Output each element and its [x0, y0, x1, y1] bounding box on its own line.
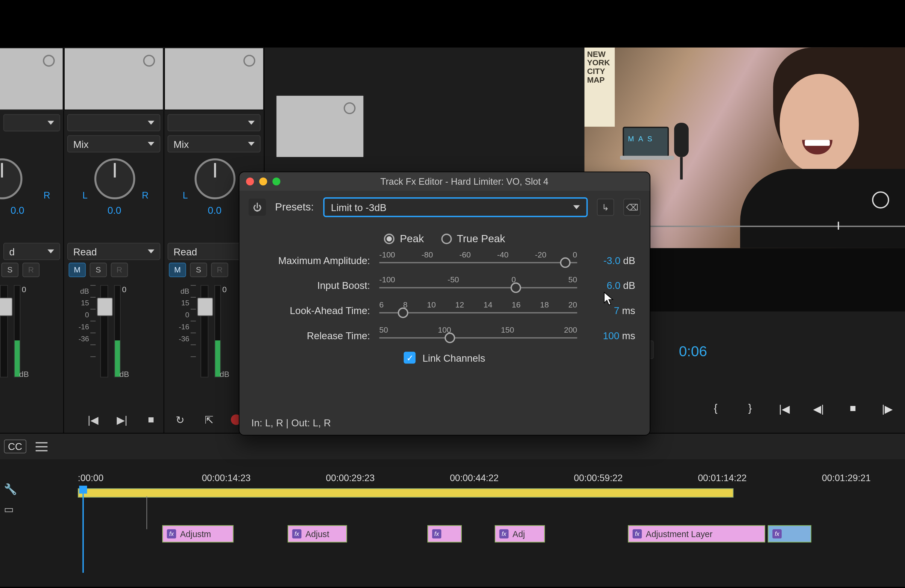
timeline-clip[interactable]: fxAdjust — [287, 525, 347, 542]
step-forward-icon[interactable]: |▶ — [880, 401, 894, 416]
pan-value[interactable]: 0.0 — [11, 205, 24, 216]
record-button[interactable]: R — [22, 262, 40, 277]
window-zoom-icon[interactable] — [272, 178, 280, 185]
volume-fader[interactable] — [0, 285, 8, 378]
param-value[interactable]: 7ms — [586, 305, 635, 316]
param-slider[interactable]: -100-50050 — [379, 275, 577, 295]
playhead-handle[interactable] — [79, 486, 87, 493]
automation-dropdown[interactable]: Read — [67, 243, 160, 260]
solo-button[interactable]: S — [90, 262, 107, 277]
fx-bypass-dot[interactable] — [143, 55, 155, 67]
record-button[interactable]: R — [211, 262, 228, 277]
mixer-strip: R 0.0 d S R 0 dB — [0, 48, 64, 434]
fx-bypass-dot[interactable] — [43, 55, 55, 67]
fader-handle[interactable] — [197, 297, 213, 316]
send-dropdown[interactable] — [3, 114, 60, 131]
pan-knob[interactable] — [94, 158, 135, 199]
record-button[interactable]: R — [111, 262, 128, 277]
time-mark: 00:00:59:22 — [574, 472, 698, 487]
mute-button[interactable]: M — [169, 262, 186, 277]
chevron-down-icon — [148, 142, 154, 146]
captions-icon[interactable]: ▭ — [4, 503, 24, 519]
fx-slot[interactable] — [164, 48, 264, 110]
time-ruler[interactable]: :00:00 00:00:14:23 00:00:29:23 00:00:44:… — [78, 472, 905, 487]
go-to-out-icon[interactable]: ▶| — [115, 413, 129, 427]
timeline-clip[interactable]: fxAdjustm — [162, 525, 233, 542]
fx-slot[interactable] — [0, 48, 64, 110]
link-channels-checkbox[interactable]: ✓ — [404, 352, 416, 364]
window-close-icon[interactable] — [246, 178, 254, 185]
automation-dropdown[interactable]: d — [3, 243, 60, 260]
param-slider[interactable]: 50100150200 — [379, 326, 577, 345]
loop-icon[interactable]: ↻ — [173, 413, 187, 427]
chevron-down-icon — [248, 142, 255, 146]
video-track[interactable]: fxAdjustmfxAdjustfxfxAdjfxAdjustment Lay… — [78, 525, 905, 545]
fx-power-button[interactable]: ⏻ — [249, 199, 266, 216]
mark-out-icon[interactable]: } — [743, 401, 757, 416]
fx-slot[interactable] — [64, 48, 164, 110]
pan-value[interactable]: 0.0 — [208, 205, 221, 216]
panel-menu-icon[interactable] — [35, 442, 47, 451]
mix-label: Mix — [173, 138, 189, 149]
out-timecode[interactable]: 0:06 — [679, 343, 707, 360]
wrench-icon[interactable]: 🔧 — [4, 483, 24, 499]
mixer-strip: Mix L R 0.0 Read M S R dB150-16-36 0 dB — [64, 48, 164, 434]
time-mark: :00:00 — [78, 472, 202, 487]
pan-value[interactable]: 0.0 — [108, 205, 121, 216]
fx-badge-icon: fx — [500, 529, 509, 539]
fx-bypass-dot[interactable] — [243, 55, 255, 67]
param-value[interactable]: 100ms — [586, 330, 635, 341]
sidechain-icon[interactable]: ↳ — [597, 199, 614, 216]
mouse-cursor-icon — [603, 292, 614, 306]
stop-icon[interactable]: ■ — [144, 413, 158, 427]
mark-in-icon[interactable]: { — [708, 401, 723, 416]
pan-knob[interactable] — [195, 158, 235, 199]
send-dropdown[interactable] — [168, 114, 261, 131]
go-to-in-icon[interactable]: |◀ — [86, 413, 100, 427]
window-minimize-icon[interactable] — [259, 178, 267, 185]
pan-knob[interactable] — [0, 158, 22, 199]
solo-button[interactable]: S — [1, 262, 18, 277]
send-dropdown[interactable] — [67, 114, 160, 131]
stop-icon[interactable]: ■ — [846, 401, 860, 416]
slider-handle[interactable] — [398, 307, 408, 318]
slider-handle[interactable] — [560, 257, 570, 268]
clip-label: Adjust — [305, 529, 329, 539]
slider-handle[interactable] — [511, 282, 521, 293]
mute-button[interactable]: M — [68, 262, 86, 277]
preset-dropdown[interactable]: Limit to -3dB — [323, 197, 588, 217]
param-slider[interactable]: -100-80-60-40-200 — [379, 250, 577, 270]
dialog-titlebar[interactable]: Track Fx Editor - Hard Limiter: VO, Slot… — [240, 172, 650, 191]
delete-preset-icon[interactable]: ⌫ — [623, 199, 640, 216]
go-to-in-icon[interactable]: |◀ — [777, 401, 791, 416]
peak-radio[interactable]: Peak — [384, 233, 424, 245]
timeline-clip[interactable]: fx — [427, 525, 462, 542]
volume-fader[interactable] — [100, 285, 108, 378]
fx-slot[interactable] — [276, 95, 364, 157]
channel-meter: dB150-16-36 0 dB — [71, 285, 150, 391]
solo-button[interactable]: S — [190, 262, 207, 277]
work-area-bar[interactable] — [78, 488, 734, 497]
timeline-clip[interactable]: fxAdjustment Layer — [628, 525, 765, 542]
timeline-clip[interactable]: fxAdj — [495, 525, 545, 542]
true-peak-radio[interactable]: True Peak — [441, 233, 505, 245]
mix-dropdown[interactable]: Mix — [67, 135, 160, 153]
param-value[interactable]: -3.0dB — [586, 254, 635, 265]
export-icon[interactable]: ⇱ — [202, 413, 216, 427]
mix-dropdown[interactable]: Mix — [168, 135, 261, 153]
param-slider[interactable]: 68101214161820 — [379, 300, 577, 320]
timeline-clip[interactable]: fx — [768, 525, 811, 542]
param-value[interactable]: 6.0dB — [586, 279, 635, 291]
timeline-panel: 🔧 ▭ :00:00 00:00:14:23 00:00:29:23 00:00… — [0, 459, 905, 586]
fader-handle[interactable] — [0, 297, 13, 316]
slider-handle[interactable] — [445, 333, 455, 343]
limiter-mode-group: Peak True Peak — [240, 233, 650, 245]
volume-fader[interactable] — [200, 285, 208, 378]
preset-selected: Limit to -3dB — [331, 202, 387, 213]
param-row: Input Boost:-100-500506.0dB — [254, 275, 635, 295]
fader-handle[interactable] — [97, 297, 113, 316]
laptop-screen-text: M A S — [628, 135, 653, 143]
step-back-icon[interactable]: ◀| — [811, 401, 826, 416]
fx-bypass-dot[interactable] — [344, 102, 356, 114]
captions-button[interactable]: CC — [4, 440, 26, 453]
